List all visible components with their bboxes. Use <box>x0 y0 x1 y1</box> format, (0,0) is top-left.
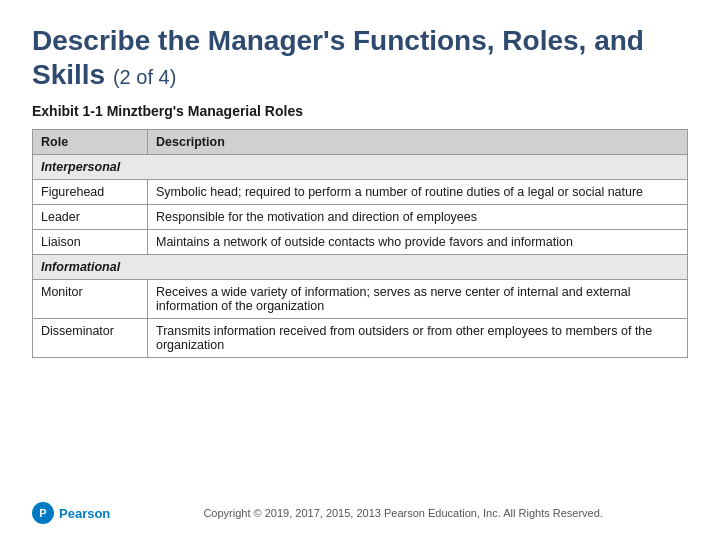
section-name: Informational <box>33 255 688 280</box>
role-cell: Liaison <box>33 230 148 255</box>
description-cell: Receives a wide variety of information; … <box>148 280 688 319</box>
col-header-description: Description <box>148 130 688 155</box>
description-cell: Responsible for the motivation and direc… <box>148 205 688 230</box>
exhibit-label: Exhibit 1-1 Minztberg's Managerial Roles <box>32 103 688 119</box>
pearson-logo: P Pearson <box>32 502 110 524</box>
exhibit-description: Minztberg's Managerial Roles <box>107 103 303 119</box>
role-cell: Disseminator <box>33 319 148 358</box>
table-section-header: Interpersonal <box>33 155 688 180</box>
footer: P Pearson Copyright © 2019, 2017, 2015, … <box>32 502 688 524</box>
section-name: Interpersonal <box>33 155 688 180</box>
title-subtitle: (2 of 4) <box>113 66 176 88</box>
description-cell: Maintains a network of outside contacts … <box>148 230 688 255</box>
role-cell: Monitor <box>33 280 148 319</box>
page-title: Describe the Manager's Functions, Roles,… <box>32 24 688 91</box>
table-row: LeaderResponsible for the motivation and… <box>33 205 688 230</box>
table-row: LiaisonMaintains a network of outside co… <box>33 230 688 255</box>
table-section-header: Informational <box>33 255 688 280</box>
role-cell: Figurehead <box>33 180 148 205</box>
role-cell: Leader <box>33 205 148 230</box>
pearson-initial: P <box>39 507 46 519</box>
exhibit-number: Exhibit 1-1 <box>32 103 103 119</box>
description-cell: Transmits information received from outs… <box>148 319 688 358</box>
roles-table: Role Description InterpersonalFigurehead… <box>32 129 688 358</box>
copyright-text: Copyright © 2019, 2017, 2015, 2013 Pears… <box>118 507 688 519</box>
col-header-role: Role <box>33 130 148 155</box>
description-cell: Symbolic head; required to perform a num… <box>148 180 688 205</box>
pearson-text: Pearson <box>59 506 110 521</box>
table-row: FigureheadSymbolic head; required to per… <box>33 180 688 205</box>
table-row: MonitorReceives a wide variety of inform… <box>33 280 688 319</box>
table-row: DisseminatorTransmits information receiv… <box>33 319 688 358</box>
page-container: Describe the Manager's Functions, Roles,… <box>0 0 720 540</box>
pearson-icon: P <box>32 502 54 524</box>
